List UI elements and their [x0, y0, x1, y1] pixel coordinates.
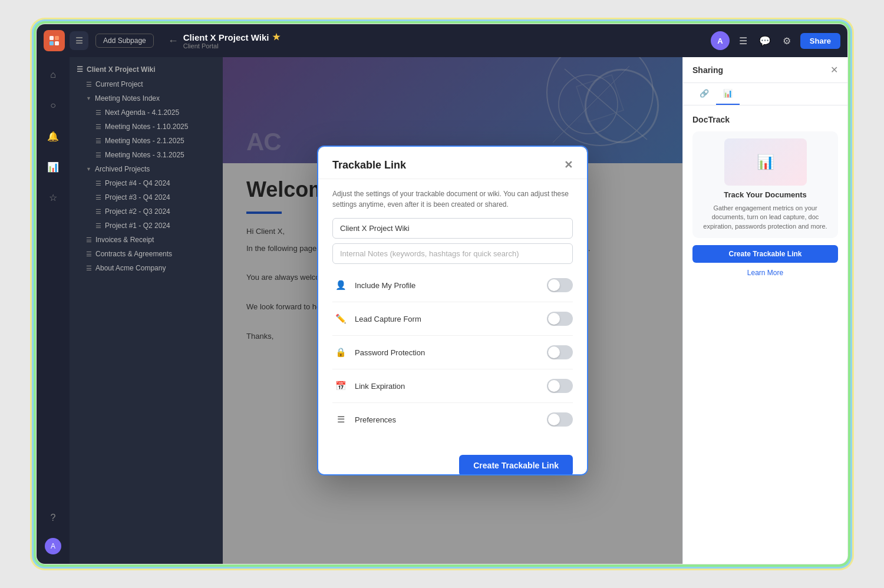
- modal-body: Adjust the settings of your trackable do…: [318, 179, 587, 448]
- nav-item-agenda[interactable]: ☰ Next Agenda - 4.1.2025: [70, 105, 223, 120]
- sidebar-icon-home[interactable]: ⌂: [42, 64, 64, 85]
- sidebar-icon-analytics[interactable]: 📊: [42, 156, 64, 177]
- nav-item-proj2[interactable]: ☰ Project #2 - Q3 2024: [70, 204, 223, 219]
- nav-item-label: Project #3 - Q4 2024: [105, 193, 170, 201]
- analytics-tab-icon: 📊: [723, 89, 733, 98]
- toggle-row-lead-capture: ✏️ Lead Capture Form: [332, 302, 573, 336]
- nav-icon: ☰: [95, 180, 101, 187]
- doc-title-area: Client X Project Wiki ★ Client Portal: [183, 32, 281, 49]
- lead-capture-label: Lead Capture Form: [355, 315, 421, 323]
- include-profile-toggle[interactable]: [547, 278, 573, 292]
- star-icon[interactable]: ★: [272, 32, 280, 42]
- nav-icon: ☰: [95, 123, 101, 131]
- toggle-row-left: ☰ Preferences: [332, 411, 396, 428]
- nav-item-about[interactable]: ☰ About Acme Company: [70, 261, 223, 275]
- share-button[interactable]: Share: [800, 33, 840, 49]
- nav-item-contracts[interactable]: ☰ Contracts & Agreements: [70, 247, 223, 261]
- preferences-toggle[interactable]: [547, 412, 573, 427]
- nav-tree: ☰ Client X Project Wiki ☰ Current Projec…: [70, 57, 223, 564]
- toggle-row-password: 🔒 Password Protection: [332, 336, 573, 369]
- nav-item-invoices[interactable]: ☰ Invoices & Receipt: [70, 233, 223, 247]
- add-subpage-button[interactable]: Add Subpage: [95, 34, 154, 48]
- toggle-row-left: 👤 Include My Profile: [332, 277, 415, 293]
- nav-item-label: Meeting Notes - 2.1.2025: [105, 137, 184, 145]
- sidebar-icon-notifications[interactable]: 🔔: [42, 125, 64, 147]
- nav-item-label: Current Project: [95, 80, 143, 88]
- top-bar-right: A ☰ 💬 ⚙ Share: [711, 31, 840, 50]
- modal-notes-input[interactable]: [332, 243, 573, 264]
- comments-icon[interactable]: 💬: [757, 33, 773, 49]
- nav-item-proj4[interactable]: ☰ Project #4 - Q4 2024: [70, 176, 223, 190]
- back-button[interactable]: ←: [168, 35, 179, 47]
- nav-item-label: Next Agenda - 4.1.2025: [105, 108, 179, 117]
- nav-triangle-icon: ▼: [86, 95, 91, 101]
- modal-overlay[interactable]: Trackable Link ✕ Adjust the settings of …: [223, 57, 682, 564]
- link-expiration-toggle[interactable]: [547, 379, 573, 393]
- tab-analytics[interactable]: 📊: [716, 83, 740, 105]
- nav-item-label: Contracts & Agreements: [95, 250, 172, 258]
- right-panel-close-button[interactable]: ✕: [830, 64, 838, 75]
- sidebar-icon-search[interactable]: ○: [42, 95, 64, 116]
- tab-link[interactable]: 🔗: [692, 83, 716, 105]
- profile-icon: 👤: [332, 277, 349, 293]
- nav-item-meeting-notes[interactable]: ▼ Meeting Notes Index: [70, 91, 223, 105]
- doctrack-card-image: [724, 138, 807, 186]
- nav-item-proj3[interactable]: ☰ Project #3 - Q4 2024: [70, 190, 223, 204]
- nav-triangle-icon: ▼: [86, 166, 91, 172]
- doctrack-title: DocTrack: [692, 115, 838, 124]
- nav-icon: ☰: [95, 151, 101, 159]
- nav-icon: ☰: [95, 208, 101, 216]
- toggle-row-include-profile: 👤 Include My Profile: [332, 269, 573, 302]
- sidebar-toggle-icon[interactable]: ☰: [70, 31, 88, 50]
- link-tab-icon: 🔗: [700, 89, 709, 98]
- view-toggle-icon[interactable]: ☰: [737, 33, 750, 49]
- nav-item-current-project[interactable]: ☰ Current Project: [70, 77, 223, 91]
- app-logo: [44, 30, 65, 51]
- sidebar-icon-help[interactable]: ?: [42, 507, 64, 528]
- nav-icon: ☰: [95, 222, 101, 230]
- modal-create-trackable-link-button[interactable]: Create Trackable Link: [459, 455, 573, 475]
- modal-name-input[interactable]: [332, 218, 573, 239]
- nav-item-mn-1[interactable]: ☰ Meeting Notes - 1.10.2025: [70, 120, 223, 134]
- main-area: ⌂ ○ 🔔 📊 ☆ ? A ☰ Client X Project Wiki: [37, 57, 847, 564]
- top-bar: ☰ Add Subpage ← Client X Project Wiki ★ …: [37, 24, 847, 57]
- link-expiration-label: Link Expiration: [355, 382, 405, 391]
- modal-close-button[interactable]: ✕: [564, 158, 573, 171]
- password-protection-toggle[interactable]: [547, 345, 573, 359]
- modal-title: Trackable Link: [332, 159, 406, 171]
- nav-header-icon: ☰: [77, 65, 83, 74]
- nav-icon: ☰: [95, 137, 101, 145]
- toggle-row-left: ✏️ Lead Capture Form: [332, 310, 421, 327]
- settings-icon[interactable]: ⚙: [780, 33, 793, 49]
- sidebar-icon-user[interactable]: A: [42, 536, 64, 557]
- top-bar-center: ← Client X Project Wiki ★ Client Portal: [159, 32, 706, 49]
- preferences-label: Preferences: [355, 415, 396, 424]
- include-profile-label: Include My Profile: [355, 281, 415, 290]
- doctrack-card: Track Your Documents Gather engagement m…: [692, 131, 838, 238]
- nav-item-label: Meeting Notes - 3.1.2025: [105, 151, 184, 159]
- sidebar-bottom: ? A: [42, 507, 64, 557]
- nav-item-label: About Acme Company: [95, 264, 166, 272]
- avatar[interactable]: A: [711, 31, 730, 50]
- nav-item-archived[interactable]: ▼ Archived Projects: [70, 162, 223, 176]
- nav-icon: ☰: [86, 265, 92, 272]
- lead-capture-toggle[interactable]: [547, 312, 573, 326]
- nav-item-label: Project #1 - Q2 2024: [105, 222, 170, 230]
- nav-icon: ☰: [95, 109, 101, 117]
- nav-icon: ☰: [95, 194, 101, 201]
- nav-item-mn-3[interactable]: ☰ Meeting Notes - 3.1.2025: [70, 148, 223, 162]
- right-panel-header: Sharing ✕: [683, 57, 847, 83]
- nav-icon: ☰: [86, 81, 92, 88]
- doc-subtitle: Client Portal: [183, 42, 281, 49]
- content-area: AC Welcome Hi Client X, In the following…: [223, 57, 682, 564]
- learn-more-link[interactable]: Learn More: [692, 269, 838, 277]
- app-frame: ☰ Add Subpage ← Client X Project Wiki ★ …: [35, 23, 849, 565]
- nav-item-proj1[interactable]: ☰ Project #1 - Q2 2024: [70, 219, 223, 233]
- right-panel-tabs: 🔗 📊: [683, 83, 847, 105]
- right-panel-create-trackable-button[interactable]: Create Trackable Link: [692, 245, 838, 263]
- right-panel-body: DocTrack Track Your Documents Gather eng…: [683, 105, 847, 564]
- sidebar-icon-favorites[interactable]: ☆: [42, 187, 64, 208]
- nav-icon: ☰: [86, 250, 92, 258]
- nav-item-mn-2[interactable]: ☰ Meeting Notes - 2.1.2025: [70, 134, 223, 148]
- nav-item-label: Archived Projects: [95, 165, 150, 173]
